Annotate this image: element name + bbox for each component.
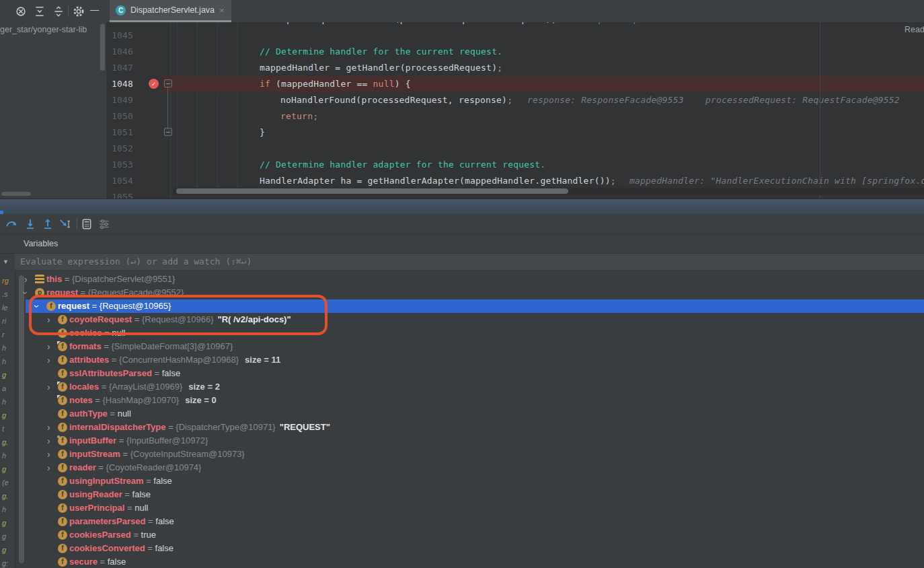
layout-settings-icon[interactable] — [98, 218, 110, 230]
chevron-right-icon[interactable]: › — [47, 340, 50, 353]
hide-panel-icon[interactable]: — — [90, 5, 102, 17]
inline-debugger-hint: mappedHandler: "HandlerExecutionChain wi… — [629, 173, 924, 189]
variable-text: secure = false — [69, 555, 126, 568]
chevron-right-icon[interactable]: › — [47, 434, 50, 448]
variable-row[interactable]: ›fcoyoteRequest = {Request@10966}"R( /v2… — [0, 313, 924, 326]
step-over-icon[interactable] — [5, 218, 17, 230]
code-line[interactable]: 1054HandlerAdapter ha = getHandlerAdapte… — [106, 173, 924, 189]
variable-text: usingReader = false — [69, 488, 151, 501]
field-icon: f — [58, 423, 67, 432]
chevron-right-icon[interactable]: › — [47, 421, 50, 434]
chevron-right-icon[interactable]: › — [47, 448, 50, 461]
run-to-cursor-icon[interactable] — [59, 218, 71, 230]
current-line-highlight[interactable]: 1048✓–if (mappedHandler == null) { — [106, 76, 924, 92]
variable-row[interactable]: ›this = {DispatcherServlet@9551} — [0, 273, 924, 286]
code-line[interactable]: 1049noHandlerFound(processedRequest, res… — [106, 92, 924, 108]
variable-row[interactable]: fparametersParsed = false — [0, 515, 924, 528]
project-horizontal-scrollbar[interactable] — [1, 192, 31, 196]
field-icon: f — [58, 476, 67, 486]
code-line[interactable]: 1050return; — [106, 108, 924, 125]
field-corner-mark-icon — [57, 395, 61, 398]
variable-row[interactable]: fcookiesParsed = true — [0, 528, 924, 542]
fold-marker-icon[interactable]: – — [164, 128, 172, 136]
code-text: if (mappedHandler == null) { — [260, 76, 411, 92]
code-line[interactable]: 1052 — [106, 141, 924, 157]
variable-row[interactable]: fusingInputStream = false — [0, 474, 924, 488]
code-line[interactable]: 1045 — [106, 28, 924, 44]
variable-row[interactable]: fusingReader = false — [0, 488, 924, 501]
step-out-icon[interactable] — [42, 218, 54, 230]
variable-text: request = {Request@10965} — [58, 299, 171, 313]
variable-text: sslAttributesParsed = false — [69, 367, 180, 380]
code-line[interactable]: 1044multipartRequestParsed = (processedR… — [106, 22, 924, 28]
variable-row[interactable]: ›finputBuffer = {InputBuffer@10972} — [0, 434, 924, 448]
variable-row[interactable]: fauthType = null — [0, 407, 924, 421]
field-corner-mark-icon — [57, 341, 61, 345]
variable-text: internalDispatcherType = {DispatcherType… — [69, 421, 330, 434]
chevron-right-icon[interactable]: › — [47, 353, 50, 367]
chevron-right-icon[interactable]: › — [24, 273, 28, 286]
variable-row[interactable]: ›frequest = {Request@10965} — [0, 299, 924, 313]
variable-text: coyoteRequest = {Request@10966}"R( /v2/a… — [69, 313, 291, 326]
evaluate-expression-input[interactable]: Evaluate expression (↵) or add a watch (… — [15, 254, 924, 270]
variable-text: userPrincipal = null — [69, 501, 148, 515]
evaluate-expression-icon[interactable] — [81, 218, 93, 230]
code-text: noHandlerFound(processedRequest, respons… — [280, 92, 512, 108]
variable-row[interactable]: fuserPrincipal = null — [0, 501, 924, 515]
variable-row[interactable]: ›freader = {CoyoteReader@10974} — [0, 461, 924, 474]
variables-panel: rg.slerirhhgahgtg.hg(eg.hgggg: ›this = {… — [0, 270, 924, 568]
chevron-down-icon[interactable]: › — [19, 291, 32, 295]
chevron-right-icon[interactable]: › — [47, 461, 50, 474]
variable-row[interactable]: ›fattributes = {ConcurrentHashMap@10968}… — [0, 353, 924, 367]
variable-row[interactable]: fsecure = false — [0, 555, 924, 568]
settings-gear-icon[interactable] — [73, 5, 85, 17]
code-line[interactable]: 1047mappedHandler = getHandler(processed… — [106, 60, 924, 76]
breakpoint-icon[interactable]: ✓ — [149, 79, 159, 89]
field-icon: f — [58, 503, 67, 513]
expand-all-icon[interactable] — [34, 5, 46, 17]
field-icon: f — [58, 315, 67, 324]
evaluate-bar-row: ▼ Evaluate expression (↵) or add a watch… — [0, 254, 924, 270]
variable-text: attributes = {ConcurrentHashMap@10968}si… — [69, 353, 280, 367]
variable-row[interactable]: ›prequest = {RequestFacade@9552} — [0, 286, 924, 299]
project-vertical-scrollbar[interactable] — [100, 24, 105, 71]
chevron-right-icon[interactable]: › — [47, 380, 50, 394]
variable-text: this = {DispatcherServlet@9551} — [46, 273, 175, 286]
project-panel: ger_star/yonger-star-lib — [0, 22, 107, 199]
field-icon: f — [58, 463, 67, 472]
project-tree-item[interactable]: ger_star/yonger-star-lib — [0, 25, 87, 34]
variable-row[interactable]: ›finternalDispatcherType = {DispatcherTy… — [0, 421, 924, 434]
chevron-right-icon[interactable]: › — [47, 313, 50, 326]
code-editor[interactable]: 1044multipartRequestParsed = (processedR… — [106, 22, 924, 199]
tab-variables[interactable]: Variables — [24, 239, 58, 248]
code-line[interactable]: 1046// Determine handler for the current… — [106, 44, 924, 60]
reader-mode-label[interactable]: Reade — [904, 25, 924, 34]
fold-marker-icon[interactable]: – — [164, 79, 172, 87]
code-text: } — [260, 125, 265, 141]
code-line[interactable]: 1051–} — [106, 125, 924, 141]
collapse-all-icon[interactable] — [52, 5, 65, 17]
line-number: 1048 — [106, 76, 133, 92]
tab-dispatcherservlet-java[interactable]: C DispatcherServlet.java × — [110, 0, 231, 22]
line-number: 1044 — [106, 22, 133, 28]
tab-close-icon[interactable]: × — [219, 6, 225, 15]
variable-row[interactable]: fsslAttributesParsed = false — [0, 367, 924, 380]
variable-row[interactable]: fnotes = {HashMap@10970}size = 0 — [0, 394, 924, 407]
locate-icon[interactable] — [15, 5, 27, 17]
editor-hscroll-thumb[interactable] — [176, 188, 568, 194]
variable-row[interactable]: fcookies = null — [0, 326, 924, 340]
variable-row[interactable]: ›fformats = {SimpleDateFormat[3]@10967} — [0, 340, 924, 353]
step-into-icon[interactable] — [24, 218, 36, 230]
variable-row[interactable]: fcookiesConverted = false — [0, 542, 924, 555]
variable-row[interactable]: ›flocales = {ArrayList@10969}size = 2 — [0, 380, 924, 394]
panel-splitter[interactable] — [0, 199, 924, 214]
chevron-down-icon[interactable]: › — [30, 305, 44, 308]
chevron-down-icon[interactable]: ▼ — [3, 258, 9, 265]
field-icon: f — [58, 490, 67, 499]
line-number: 1055 — [106, 189, 133, 199]
variable-text: usingInputStream = false — [69, 474, 172, 488]
tab-label: DispatcherServlet.java — [130, 5, 215, 15]
code-line[interactable]: 1053// Determine handler adapter for the… — [106, 157, 924, 173]
line-number: 1053 — [106, 157, 133, 173]
variable-row[interactable]: ›finputStream = {CoyoteInputStream@10973… — [0, 448, 924, 461]
